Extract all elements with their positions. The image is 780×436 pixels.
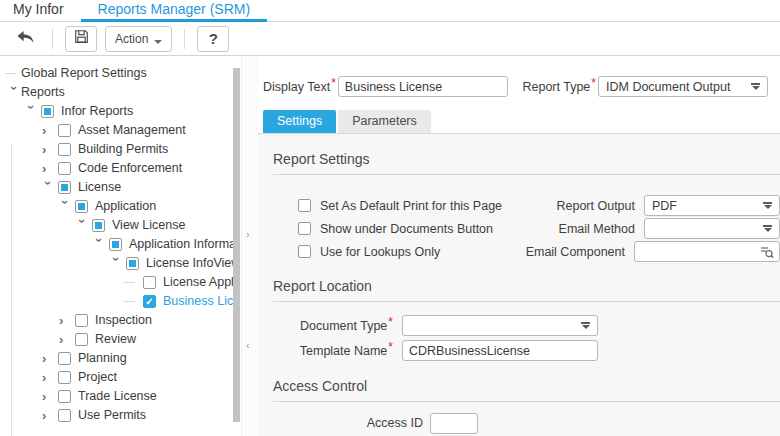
tree-checkbox-partial[interactable] bbox=[126, 257, 139, 270]
tree-item-application-information[interactable]: ›Application Information bbox=[4, 235, 233, 254]
chevron-right-icon[interactable]: › bbox=[42, 140, 55, 159]
tree-item-license-application[interactable]: License Application bbox=[4, 273, 233, 292]
tree-checkbox-unchecked[interactable] bbox=[75, 333, 88, 346]
chevron-down-icon[interactable]: › bbox=[107, 257, 126, 270]
main-area: Global Report Settings›Reports›Infor Rep… bbox=[0, 56, 780, 436]
tree-item-use-permits[interactable]: ›Use Permits bbox=[4, 406, 233, 425]
tree-item-project[interactable]: ›Project bbox=[4, 368, 233, 387]
tree-item-label: Review bbox=[95, 330, 136, 349]
chevron-right-icon[interactable]: › bbox=[42, 121, 55, 140]
display-text-label: Display Text bbox=[263, 80, 330, 94]
splitter-expand-icon[interactable] bbox=[246, 228, 250, 240]
tree-item-label: Reports bbox=[21, 83, 65, 102]
tree-checkbox-partial[interactable] bbox=[58, 181, 71, 194]
tree-item-global-report-settings[interactable]: Global Report Settings bbox=[4, 64, 233, 83]
tree-checkbox-unchecked[interactable] bbox=[58, 371, 71, 384]
tree-item-building-permits[interactable]: ›Building Permits bbox=[4, 140, 233, 159]
tab-reports-manager-srm[interactable]: Reports Manager (SRM) bbox=[81, 1, 268, 21]
tree-item-label: License Application bbox=[163, 273, 233, 292]
tree-checkbox-partial[interactable] bbox=[92, 219, 105, 232]
chevron-right-icon[interactable]: › bbox=[59, 311, 72, 330]
chevron-right-icon[interactable]: › bbox=[42, 368, 55, 387]
checkbox-use-for-lookups-only[interactable] bbox=[298, 245, 311, 258]
tree-checkbox-unchecked[interactable] bbox=[143, 276, 156, 289]
save-button[interactable] bbox=[65, 26, 97, 52]
checkbox-label: Show under Documents Button bbox=[320, 222, 493, 236]
tree-item-application[interactable]: ›Application bbox=[4, 197, 233, 216]
tree-item-view-license[interactable]: ›View License bbox=[4, 216, 233, 235]
tree-item-code-enforcement[interactable]: ›Code Enforcement bbox=[4, 159, 233, 178]
back-arrow-icon bbox=[15, 28, 35, 50]
report-output-value: PDF bbox=[652, 199, 763, 213]
tree-checkbox-unchecked[interactable] bbox=[58, 124, 71, 137]
report-output-dropdown[interactable]: PDF bbox=[644, 195, 780, 216]
chevron-right-icon[interactable]: › bbox=[42, 159, 55, 178]
tree-scrollbar-thumb[interactable] bbox=[233, 68, 240, 422]
tree-checkbox-unchecked[interactable] bbox=[58, 390, 71, 403]
chevron-down-icon[interactable]: › bbox=[5, 86, 24, 99]
chevron-down-icon[interactable]: › bbox=[73, 219, 92, 232]
tree-item-infor-reports[interactable]: ›Infor Reports bbox=[4, 102, 233, 121]
dropdown-arrow-icon bbox=[751, 83, 760, 90]
tree-item-reports[interactable]: ›Reports bbox=[4, 83, 233, 102]
tree-checkbox-unchecked[interactable] bbox=[58, 162, 71, 175]
tree-item-trade-license[interactable]: ›Trade License bbox=[4, 387, 233, 406]
tree-item-license-infoviewer[interactable]: ›License InfoViewer bbox=[4, 254, 233, 273]
tree-checkbox-unchecked[interactable] bbox=[58, 409, 71, 422]
access-id-input[interactable] bbox=[430, 413, 478, 434]
access-control-rows: Access ID Formula × bbox=[273, 411, 780, 436]
chevron-down-icon[interactable]: › bbox=[56, 200, 75, 213]
tree-item-label: Infor Reports bbox=[61, 102, 133, 121]
template-name-input[interactable] bbox=[402, 340, 598, 361]
chevron-right-icon[interactable]: › bbox=[42, 406, 55, 425]
email-component-input[interactable] bbox=[634, 241, 780, 262]
action-button-label: Action bbox=[115, 32, 148, 46]
back-button[interactable] bbox=[10, 26, 40, 52]
tree-checkbox-unchecked[interactable] bbox=[75, 314, 88, 327]
tab-my-infor[interactable]: My Infor bbox=[13, 1, 81, 21]
tree-item-business-license[interactable]: ✓Business License bbox=[4, 292, 233, 311]
dropdown-arrow-icon bbox=[763, 202, 772, 209]
chevron-down-icon[interactable]: › bbox=[39, 181, 58, 194]
tree-checkbox-partial[interactable] bbox=[75, 200, 88, 213]
chevron-down-icon bbox=[154, 40, 162, 44]
tree-item-review[interactable]: ›Review bbox=[4, 330, 233, 349]
report-output-label: Report Output bbox=[517, 199, 635, 213]
chevron-down-icon[interactable]: › bbox=[90, 238, 109, 251]
tree-checkbox-partial[interactable] bbox=[109, 238, 122, 251]
tree-item-asset-management[interactable]: ›Asset Management bbox=[4, 121, 233, 140]
chevron-right-icon[interactable]: › bbox=[42, 349, 55, 368]
reports-manager-window: My Infor Reports Manager (SRM) Action bbox=[0, 0, 780, 436]
checkbox-show-under-documents[interactable] bbox=[298, 222, 311, 235]
module-tabbar: My Infor Reports Manager (SRM) bbox=[0, 0, 780, 22]
tree-item-inspection[interactable]: ›Inspection bbox=[4, 311, 233, 330]
help-button[interactable]: ? bbox=[197, 26, 229, 52]
tree-checkbox-unchecked[interactable] bbox=[58, 143, 71, 156]
chevron-right-icon[interactable]: › bbox=[42, 387, 55, 406]
chevron-right-icon[interactable]: › bbox=[59, 330, 72, 349]
chevron-down-icon[interactable]: › bbox=[22, 105, 41, 118]
tab-settings[interactable]: Settings bbox=[263, 110, 336, 133]
panel-splitter[interactable] bbox=[241, 56, 258, 436]
tree-item-planning[interactable]: ›Planning bbox=[4, 349, 233, 368]
report-type-dropdown[interactable]: IDM Document Output bbox=[598, 76, 768, 97]
splitter-collapse-icon[interactable] bbox=[246, 339, 250, 351]
checkbox-label: Set As Default Print for this Page bbox=[320, 199, 502, 213]
settings-tab-content: Report Settings Set As Default Print for… bbox=[258, 133, 780, 436]
tab-parameters[interactable]: Parameters bbox=[338, 110, 431, 133]
checkbox-set-as-default-print[interactable] bbox=[298, 199, 311, 212]
document-type-dropdown[interactable] bbox=[402, 315, 598, 336]
tree-checkbox-unchecked[interactable] bbox=[58, 352, 71, 365]
required-asterisk: * bbox=[591, 76, 596, 90]
tree-checkbox-partial[interactable] bbox=[41, 105, 54, 118]
display-text-input[interactable] bbox=[338, 76, 508, 97]
tree-item-license[interactable]: ›License bbox=[4, 178, 233, 197]
email-method-dropdown[interactable] bbox=[644, 218, 780, 239]
action-button[interactable]: Action bbox=[105, 26, 172, 52]
tree-scrollbar[interactable] bbox=[233, 56, 241, 436]
form-header: Display Text* Report Type* IDM Document … bbox=[258, 56, 780, 97]
tree-checkbox-checked[interactable]: ✓ bbox=[143, 295, 156, 308]
lookup-icon[interactable] bbox=[760, 245, 774, 259]
tree-item-label: Use Permits bbox=[78, 406, 146, 425]
report-settings-rows: Set As Default Print for this Page Repor… bbox=[273, 194, 780, 263]
